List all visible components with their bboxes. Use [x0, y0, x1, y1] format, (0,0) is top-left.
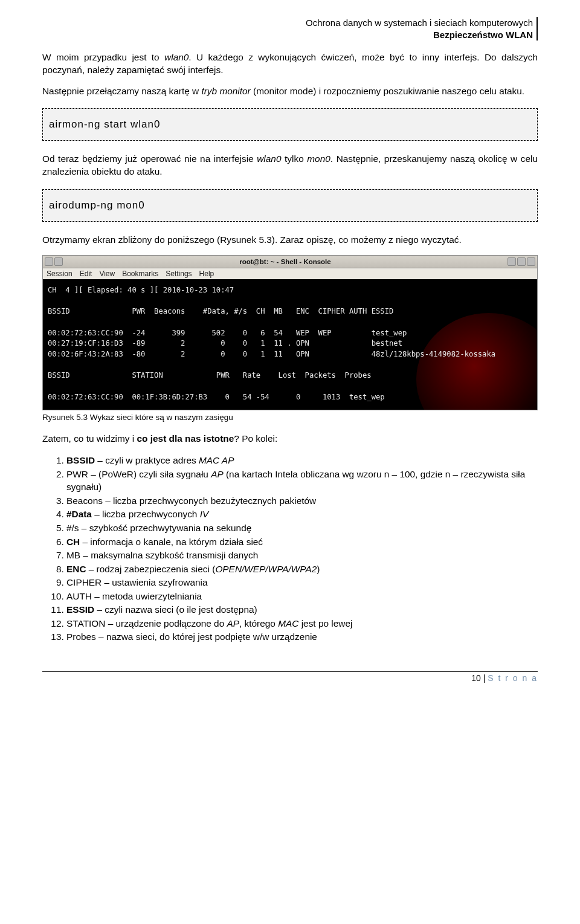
list-item: AUTH – metoda uwierzytelniania — [66, 590, 538, 603]
window-icon — [54, 257, 63, 266]
header-topic: Bezpieczeństwo WLAN — [42, 29, 533, 41]
terminal-output: CH 4 ][ Elapsed: 40 s ][ 2010-10-23 10:4… — [42, 279, 538, 411]
minimize-icon[interactable] — [507, 257, 516, 266]
command-airmon: airmon-ng start wlan0 — [42, 108, 538, 141]
list-item: #Data – liczba przechwyconych IV — [66, 508, 538, 521]
paragraph-mon0: Od teraz będziemy już operować nie na in… — [42, 153, 538, 178]
fields-list: BSSID – czyli w praktyce adres MAC APPWR… — [48, 454, 538, 644]
header-course: Ochrona danych w systemach i sieciach ko… — [42, 17, 533, 29]
window-titlebar: root@bt: ~ - Shell - Konsole — [42, 255, 538, 268]
list-item: CH – informacja o kanale, na którym dzia… — [66, 535, 538, 549]
list-intro: Zatem, co tu widzimy i co jest dla nas i… — [42, 433, 538, 445]
window-icon — [45, 257, 53, 266]
maximize-icon[interactable] — [517, 257, 526, 266]
paragraph-monitor-mode: Następnie przełączamy naszą kartę w tryb… — [42, 85, 538, 98]
menu-help[interactable]: Help — [199, 270, 214, 278]
list-item: PWR – (PoWeR) czyli siła sygnału AP (na … — [66, 468, 538, 494]
page-footer: 10 | S t r o n a — [42, 671, 538, 683]
window-title: root@bt: ~ - Shell - Konsole — [63, 258, 507, 265]
list-item: Probes – nazwa sieci, do której jest pod… — [66, 630, 538, 644]
menu-view[interactable]: View — [99, 270, 115, 278]
figure-caption: Rysunek 5.3 Wykaz sieci które są w naszy… — [42, 413, 538, 422]
list-item: STATION – urządzenie podłączone do AP, k… — [66, 617, 538, 630]
page-number: 10 — [471, 673, 481, 683]
list-item: BSSID – czyli w praktyce adres MAC AP — [66, 454, 538, 467]
paragraph-intro: W moim przypadku jest to wlan0. U każdeg… — [42, 51, 538, 77]
list-item: #/s – szybkość przechwytywania na sekund… — [66, 522, 538, 535]
menu-session[interactable]: Session — [47, 270, 72, 278]
list-item: ESSID – czyli nazwa sieci (o ile jest do… — [66, 603, 538, 616]
page-header: Ochrona danych w systemach i sieciach ko… — [42, 17, 538, 40]
konsole-window: root@bt: ~ - Shell - Konsole Session Edi… — [42, 255, 538, 411]
menu-bookmarks[interactable]: Bookmarks — [122, 270, 158, 278]
paragraph-result: Otrzymamy ekran zbliżony do poniższego (… — [42, 234, 538, 247]
list-item: Beacons – liczba przechwyconych bezużyte… — [66, 494, 538, 508]
close-icon[interactable] — [527, 257, 535, 266]
menu-settings[interactable]: Settings — [166, 270, 192, 278]
menu-edit[interactable]: Edit — [80, 270, 92, 278]
list-item: CIPHER – ustawienia szyfrowania — [66, 576, 538, 589]
command-airodump: airodump-ng mon0 — [42, 189, 538, 222]
list-item: ENC – rodzaj zabezpieczenia sieci (OPEN/… — [66, 563, 538, 576]
list-item: MB – maksymalna szybkość transmisji dany… — [66, 549, 538, 562]
menu-bar: Session Edit View Bookmarks Settings Hel… — [42, 268, 538, 279]
page-label: S t r o n a — [488, 673, 538, 683]
